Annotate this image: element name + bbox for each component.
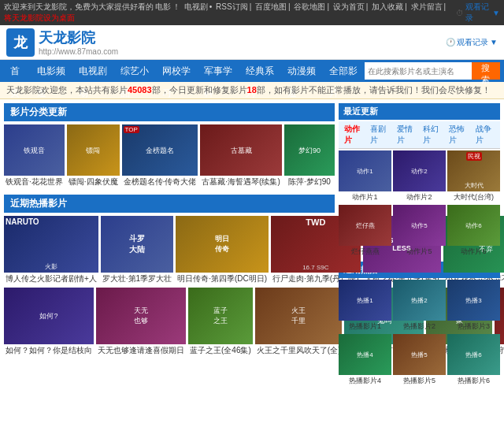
hot-movie-3[interactable]: 明日传奇 明日传奇·第四季(DC明日) — [176, 216, 269, 285]
hot-10-label: 蓝子之王(全46集) — [188, 344, 253, 357]
right-hot-5[interactable]: 热播5 热播影片5 — [393, 334, 446, 387]
watch-history-label: 观看记录 — [465, 2, 491, 24]
nav-movies[interactable]: 电影频道 — [31, 60, 72, 82]
latest-tab-comedy[interactable]: 喜剧片 — [368, 123, 391, 147]
latest-5-label: 动作片5 — [393, 246, 446, 258]
latest-5[interactable]: 动作5 动作片5 — [393, 205, 446, 258]
hot-movie-9[interactable]: 天无也够 天无也够逢请逢喜假期日 — [96, 288, 186, 357]
nav-classic[interactable]: 经典系列 — [239, 60, 281, 82]
latest-tab-scifi[interactable]: 科幻片 — [421, 123, 444, 147]
right-section: 最近更新 动作片 喜剧片 爱情片 科幻片 恐怖片 战争片 动作1 动作片1 动作… — [339, 103, 500, 387]
latest-4-label: 烂仔燕燕 — [339, 246, 391, 258]
nav-all[interactable]: 全部影片 — [323, 60, 365, 82]
right-hot-2[interactable]: 热播2 热播影片2 — [393, 280, 446, 332]
cat-movie-2[interactable]: 镖闯 镖闯·四象伏魔 — [67, 124, 120, 188]
logo-text-area: 天龙影院 http://www.87mao.com — [39, 28, 118, 56]
cat-movie-4[interactable]: 古墓藏 古墓藏·海誓遇琴(续集) — [200, 124, 281, 188]
cat-movie-4-label: 古墓藏·海誓遇琴(续集) — [200, 176, 281, 188]
latest-1[interactable]: 动作1 动作片1 — [339, 150, 391, 203]
logo-area[interactable]: 龙 天龙影院 http://www.87mao.com — [6, 28, 118, 57]
nav-search-area: 搜索 — [365, 62, 500, 80]
right-hot-3[interactable]: 热播3 热播影片3 — [447, 280, 500, 332]
logo-text: 天龙影院 — [39, 30, 95, 46]
watch-history-header[interactable]: 🕐 观看记录 ▼ — [446, 37, 498, 48]
search-button[interactable]: 搜索 — [472, 62, 500, 80]
nav-variety[interactable]: 综艺小品 — [114, 60, 156, 82]
top-link-google-map[interactable]: 谷歌地图 — [294, 2, 325, 11]
right-extra: 近期热播 热播1 热播影片1 热播2 热播影片2 热播3 — [339, 262, 500, 387]
top-link-movie[interactable]: 电影 — [155, 2, 171, 11]
latest-grid-1: 动作1 动作片1 动作2 动作片2 民视 大时代 大时代(台湾) — [339, 150, 500, 203]
nav-anime[interactable]: 动漫频道 — [281, 60, 323, 82]
latest-title: 最近更新 — [339, 103, 500, 120]
latest-6[interactable]: 动作6 动作片6 — [447, 205, 500, 258]
latest-2[interactable]: 动作2 动作片2 — [393, 150, 446, 203]
latest-grid-2: 烂仔燕 烂仔燕燕 动作5 动作片5 动作6 动作片6 — [339, 205, 500, 258]
update-count: 18 — [247, 85, 257, 95]
logo-icon: 龙 — [6, 28, 35, 57]
top-link-tv[interactable]: 电视剧 — [184, 2, 208, 11]
hot-11-label: 火王之千里风吹天了(全) — [255, 344, 343, 357]
cat-movie-2-label: 镖闯·四象伏魔 — [67, 176, 120, 188]
watch-history-top[interactable]: ⏱ 观看记录 ▼ — [456, 2, 500, 24]
nav-learning[interactable]: 网校学习 — [156, 60, 198, 82]
hot-title: 近期热播影片 — [4, 195, 335, 213]
watch-history-arrow-header: ▼ — [490, 38, 498, 46]
nav: 首页 电影频道 电视剧场 综艺小品 网校学习 军事学科 经典系列 动漫频道 全部… — [0, 60, 504, 82]
latest-6-label: 动作片6 — [447, 246, 500, 258]
right-hot-4[interactable]: 热播4 热播影片4 — [339, 334, 391, 387]
hot-movie-1[interactable]: NARUTO 火影 博人传之火影记者剧情+人 — [4, 216, 98, 285]
watch-history-text: 观看记录 — [457, 37, 488, 48]
top-link-request[interactable]: 求片留言 — [411, 2, 443, 11]
hot-9-label: 天无也够逢请逢喜假期日 — [96, 344, 186, 357]
top-link-rss[interactable]: RSS订阅 — [216, 2, 248, 11]
category-label: 影片分类更新 — [10, 106, 67, 119]
latest-tabs: 动作片 喜剧片 爱情片 科幻片 恐怖片 战争片 — [339, 121, 500, 149]
search-input[interactable] — [365, 62, 472, 80]
hot-movie-2[interactable]: 斗罗大陆 罗大壮·第1季罗大壮 — [101, 216, 173, 285]
watch-history-arrow: ▼ — [492, 9, 500, 17]
top-link-baidu-map[interactable]: 百度地图 — [255, 2, 287, 11]
latest-tab-romance[interactable]: 爱情片 — [395, 123, 418, 147]
category-title: 影片分类更新 — [4, 103, 335, 121]
top-link-homepage[interactable]: 设为首页 — [333, 2, 365, 11]
header: 龙 天龙影院 http://www.87mao.com 🕐 观看记录 ▼ — [0, 25, 504, 60]
top-link-favorite[interactable]: 加入收藏 — [372, 2, 403, 11]
category-grid-row1: 铁观音 铁观音·花花世界 镖闯 镖闯·四象伏魔 金榜题名 TOP 金榜题名传·传… — [4, 124, 335, 188]
cat-movie-3-label: 金榜题名传·传奇大佬 — [122, 176, 198, 188]
movie-count: 45083 — [128, 85, 152, 95]
latest-1-label: 动作片1 — [339, 191, 391, 203]
latest-2-label: 动作片2 — [393, 191, 446, 203]
cat-movie-3[interactable]: 金榜题名 TOP 金榜题名传·传奇大佬 — [122, 124, 198, 188]
nav-tv[interactable]: 电视剧场 — [72, 60, 114, 82]
hot-label: 近期热播影片 — [10, 197, 67, 210]
top-highlight: 将天龙影院设为桌面 — [4, 13, 75, 22]
latest-3-label: 大时代(台湾) — [447, 191, 500, 203]
logo-url: http://www.87mao.com — [39, 47, 118, 56]
latest-tab-horror[interactable]: 恐怖片 — [447, 123, 470, 147]
latest-3[interactable]: 民视 大时代 大时代(台湾) — [447, 150, 500, 203]
cat-movie-1[interactable]: 铁观音 铁观音·花花世界 — [4, 124, 65, 188]
nav-home[interactable]: 首页 — [4, 60, 31, 82]
right-hot-6[interactable]: 热播6 热播影片6 — [447, 334, 500, 387]
latest-tab-war[interactable]: 战争片 — [473, 123, 497, 147]
left-section: 影片分类更新 铁观音 铁观音·花花世界 镖闯 镖闯·四象伏魔 金榜题名 TOP — [4, 103, 335, 387]
hot-1-label: 博人传之火影记者剧情+人 — [4, 273, 98, 285]
hot-movie-10[interactable]: 蓝子之王 蓝子之王(全46集) — [188, 288, 253, 357]
latest-4[interactable]: 烂仔燕 烂仔燕燕 — [339, 205, 391, 258]
latest-tab-action[interactable]: 动作片 — [342, 123, 365, 147]
nav-military[interactable]: 军事学科 — [198, 60, 239, 82]
cat-movie-1-label: 铁观音·花花世界 — [4, 176, 65, 188]
hot-8-label: 如何？如何？你是结枝向 — [4, 344, 94, 357]
hot-movie-8[interactable]: 如何? 如何？如何？你是结枝向 — [4, 288, 94, 357]
hot-grid-row1: NARUTO 火影 博人传之火影记者剧情+人 斗罗大陆 罗大壮·第1季罗大壮 明… — [4, 216, 335, 285]
main-content: 影片分类更新 铁观音 铁观音·花花世界 镖闯 镖闯·四象伏魔 金榜题名 TOP — [0, 99, 504, 391]
hot-3-label: 明日传奇·第四季(DC明日) — [176, 273, 269, 285]
top-bar: 欢迎来到天龙影院，免费为大家提供好看的电影！ 电视剧• RSS订阅| 百度地图|… — [0, 0, 504, 25]
cat-movie-5[interactable]: 梦幻90 陈萍·梦幻90 — [284, 124, 335, 188]
watch-history-icon: 🕐 — [446, 38, 455, 46]
right-hot-1[interactable]: 热播1 热播影片1 — [339, 280, 391, 332]
hot-movie-11[interactable]: 火王千里 火王之千里风吹天了(全) — [255, 288, 343, 357]
hot-2-label: 罗大壮·第1季罗大壮 — [101, 273, 173, 285]
hot-grid-row2: 如何? 如何？如何？你是结枝向 天无也够 天无也够逢请逢喜假期日 蓝子之王 蓝子… — [4, 288, 335, 357]
